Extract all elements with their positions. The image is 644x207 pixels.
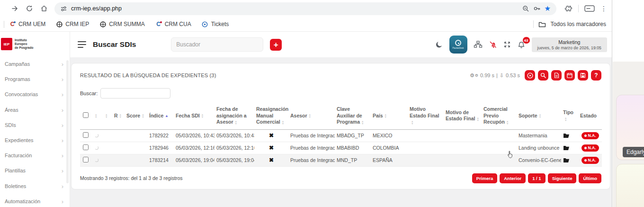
forward-icon[interactable] xyxy=(10,4,19,13)
notifications-bell-icon[interactable]: 43 xyxy=(517,40,526,49)
iep-logo-text: Instituto Europeo de Posgrado xyxy=(15,38,33,50)
search-button[interactable] xyxy=(538,70,548,81)
notifications-muted-icon[interactable] xyxy=(489,41,497,48)
table-row[interactable]: 1782946 05/03/2026, 12:16 05/03/2026, 12… xyxy=(80,142,602,154)
menu-toggle-icon[interactable] xyxy=(78,41,86,48)
bookmark-star-icon[interactable]: ★ xyxy=(545,4,551,13)
col-motivo-estado[interactable]: Motivo Estado Final xyxy=(408,103,444,129)
col-tipo[interactable]: Tipo xyxy=(561,103,578,129)
global-search-input[interactable] xyxy=(171,37,263,52)
help-button[interactable]: ? xyxy=(591,70,601,81)
estado-badge[interactable]: N.A. xyxy=(581,144,599,152)
calendar-button[interactable] xyxy=(564,70,575,81)
sort-icon[interactable] xyxy=(105,114,107,118)
sidebar-item-campanas[interactable]: Campañas xyxy=(0,56,70,72)
col-pais[interactable]: País xyxy=(371,103,408,129)
browser-toolbar: crm-iep.es/app.php ★ ⋮ xyxy=(0,0,612,17)
browser-menu-icon[interactable]: ⋮ xyxy=(600,8,607,10)
bookmark-tickets[interactable]: Tickets xyxy=(202,21,229,27)
dark-mode-moon-icon[interactable] xyxy=(435,41,443,49)
chevron-right-icon xyxy=(62,121,63,129)
table-row[interactable]: 1783214 05/03/2026, 19:04 05/03/2026, 19… xyxy=(80,154,602,166)
fullscreen-expand-icon[interactable] xyxy=(503,41,511,48)
pending-status-icon xyxy=(95,158,98,162)
profile-card-icon[interactable] xyxy=(584,5,595,12)
row-checkbox[interactable] xyxy=(83,132,89,138)
paulasdesk-app-icon[interactable]: PaulasDesk xyxy=(449,36,467,54)
save-button[interactable] xyxy=(578,70,588,81)
address-bar[interactable]: crm-iep.es/app.php ★ xyxy=(54,2,556,15)
password-key-icon[interactable] xyxy=(533,5,541,12)
col-indice[interactable]: Índice▲ xyxy=(147,103,174,129)
pending-status-icon xyxy=(95,134,98,137)
add-button[interactable]: + xyxy=(270,39,282,51)
sidebar-item-areas[interactable]: Áreas xyxy=(0,102,70,117)
col-reasignacion[interactable]: Reasignación Manual Comercial xyxy=(254,103,288,129)
table-header-row: R Score Índice▲ Fecha SDI Fecha de asign… xyxy=(80,103,602,129)
sidebar-item-automatizacion[interactable]: Automatización xyxy=(0,194,70,207)
crm-cua-favicon: C xyxy=(155,21,162,27)
chevron-right-icon xyxy=(62,151,63,160)
chevron-right-icon xyxy=(62,60,63,68)
sitemap-icon[interactable] xyxy=(474,41,483,48)
estado-badge[interactable]: N.A. xyxy=(581,132,599,139)
col-motivo-de-estado[interactable]: Motivo de Estado Final xyxy=(444,103,482,129)
app-logo[interactable]: IEP Instituto Europeo de Posgrado xyxy=(0,32,70,56)
results-filter-input[interactable] xyxy=(100,88,170,99)
iep-logo-mark: IEP xyxy=(1,38,12,50)
pagination-current-page[interactable]: 1 / 1 xyxy=(528,173,546,183)
bookmark-crm-uem[interactable]: C CRM UEM xyxy=(9,21,45,27)
sidebar-item-boletines[interactable]: Boletines xyxy=(0,179,70,194)
pagination-first-button[interactable]: Primera xyxy=(472,173,497,183)
col-soporte[interactable]: Soporte xyxy=(517,103,561,129)
bookmark-crm-iep[interactable]: CRM IEP xyxy=(56,21,89,27)
open-folder-icon[interactable] xyxy=(563,133,576,138)
col-fecha-sdi[interactable]: Fecha SDI xyxy=(174,103,215,129)
sidebar-item-facturacion[interactable]: Facturación xyxy=(0,148,70,163)
estado-badge[interactable]: N.A. xyxy=(581,157,599,164)
extensions-icon[interactable] xyxy=(564,5,572,13)
col-clave-auxiliar[interactable]: Clave Auxiliar de Programa xyxy=(335,103,371,129)
row-checkbox[interactable] xyxy=(83,157,89,162)
pagination-next-button[interactable]: Siguiente xyxy=(548,173,577,183)
table-row[interactable]: 1782922 05/03/2026, 10:43 05/03/2026, 10… xyxy=(80,129,602,142)
export-file-button[interactable] xyxy=(551,70,562,81)
col-comercial-previo[interactable]: Comercial Previo Recupón xyxy=(482,103,517,129)
col-score[interactable]: Score xyxy=(125,103,147,129)
open-folder-icon[interactable] xyxy=(563,157,576,163)
sort-icon xyxy=(539,114,541,118)
sort-icon xyxy=(506,120,509,125)
open-folder-icon[interactable] xyxy=(563,145,576,151)
results-table: R Score Índice▲ Fecha SDI Fecha de asign… xyxy=(80,103,602,167)
col-asesor[interactable]: Asesor xyxy=(288,103,335,129)
bookmark-crm-summa[interactable]: CRM SUMMA xyxy=(99,21,144,27)
side-card[interactable] xyxy=(616,164,644,207)
home-icon[interactable] xyxy=(40,4,48,13)
all-bookmarks-label[interactable]: Todos los marcadores xyxy=(551,21,606,27)
side-panel: Edgarly xyxy=(612,0,644,207)
records-summary: Mostrando 3 registros: del 1 al 3 de 3 r… xyxy=(80,175,183,181)
site-settings-icon[interactable] xyxy=(60,5,67,12)
sort-icon[interactable] xyxy=(95,114,97,118)
pagination-previous-button[interactable]: Anterior xyxy=(500,173,526,183)
col-estado[interactable]: Estado xyxy=(578,103,602,129)
pagination-last-button[interactable]: Último xyxy=(579,173,601,183)
col-r[interactable]: R xyxy=(112,103,125,129)
bookmark-crm-cua[interactable]: C CRM CUA xyxy=(155,21,191,27)
sidebar-item-convocatorias[interactable]: Convocatorias xyxy=(0,87,70,102)
workspace-selector[interactable]: Marketing jueves, 5 de marzo de 2026, 19… xyxy=(532,37,607,52)
notifications-count-badge: 43 xyxy=(523,37,530,44)
sidebar-item-programas[interactable]: Programas xyxy=(0,72,70,87)
url-text[interactable]: crm-iep.es/app.php xyxy=(71,5,122,12)
chevron-right-icon xyxy=(62,136,63,144)
select-all-checkbox[interactable] xyxy=(83,112,89,118)
sidebar-item-sdis[interactable]: SDIs xyxy=(0,117,70,133)
sidebar-item-plantillas[interactable]: Plantillas xyxy=(0,163,70,178)
sidebar-scrollbar[interactable] xyxy=(66,60,69,183)
sidebar-item-expedientes[interactable]: Expedientes xyxy=(0,133,70,148)
row-checkbox[interactable] xyxy=(83,144,89,150)
reload-icon[interactable] xyxy=(25,4,34,13)
zoom-out-icon[interactable] xyxy=(522,5,529,12)
run-query-button[interactable] xyxy=(525,70,535,81)
col-fecha-asignacion[interactable]: Fecha de asignación a Asesor xyxy=(215,103,254,129)
